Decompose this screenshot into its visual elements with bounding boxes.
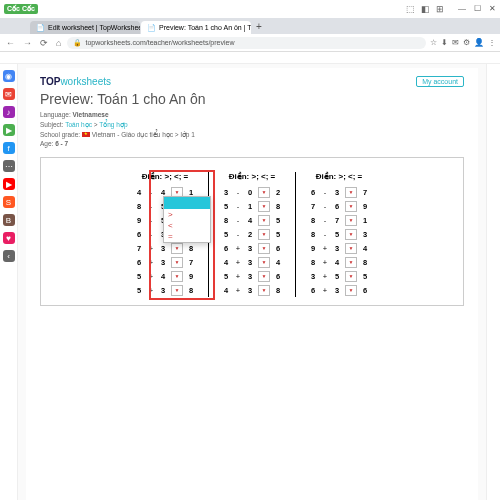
equation-row: 8-45: [221, 213, 283, 227]
sidebar-app-icon[interactable]: ‹: [3, 250, 15, 262]
column-header: Điền: >; <; =: [308, 172, 370, 181]
bookmarks-bar: [0, 52, 500, 64]
answer-dropdown[interactable]: [171, 243, 183, 254]
sidebar-app-icon[interactable]: ◉: [3, 70, 15, 82]
forward-button[interactable]: →: [21, 38, 34, 48]
equation-row: 4+34: [221, 255, 283, 269]
close-window-button[interactable]: ✕: [489, 4, 496, 14]
subject-link[interactable]: Tổng hợp: [99, 121, 127, 128]
equation-row: 5+49: [134, 269, 196, 283]
sidebar-app-icon[interactable]: ▶: [3, 178, 15, 190]
home-button[interactable]: ⌂: [54, 38, 63, 48]
back-button[interactable]: ←: [4, 38, 17, 48]
site-logo[interactable]: TOPworksheets: [40, 76, 464, 87]
titlebar-icon[interactable]: ⊞: [436, 4, 444, 14]
equation-row: 6+36: [308, 283, 370, 297]
tab-title: Edit worksheet | TopWorksheets: [48, 24, 140, 31]
answer-dropdown[interactable]: [345, 201, 357, 212]
answer-dropdown[interactable]: [345, 257, 357, 268]
new-tab-button[interactable]: +: [252, 19, 266, 34]
toolbar-icon[interactable]: ⚙: [463, 38, 470, 47]
answer-dropdown[interactable]: [171, 271, 183, 282]
equation-row: 7-69: [308, 199, 370, 213]
answer-dropdown[interactable]: [171, 257, 183, 268]
equation-row: 5-18: [221, 199, 283, 213]
answer-dropdown[interactable]: [258, 215, 270, 226]
toolbar-icon[interactable]: ⬇: [441, 38, 448, 47]
equation-row: 4+38: [221, 283, 283, 297]
dropdown-selected[interactable]: [164, 197, 210, 209]
url-text: topworksheets.com/teacher/worksheets/pre…: [85, 39, 234, 46]
equation-row: 8-71: [308, 213, 370, 227]
titlebar-icon[interactable]: ⬚: [406, 4, 415, 14]
tab-favicon: 📄: [36, 24, 45, 32]
equation-row: 3+55: [308, 269, 370, 283]
sidebar-app-icon[interactable]: ♥: [3, 232, 15, 244]
answer-dropdown[interactable]: [258, 271, 270, 282]
equation-row: 7+38: [134, 241, 196, 255]
lock-icon: 🔒: [73, 39, 82, 47]
tab-title: Preview: Toán 1 cho An ôn | TopW: [159, 24, 251, 31]
equation-row: 5+38: [134, 283, 196, 297]
answer-dropdown[interactable]: [258, 201, 270, 212]
toolbar-icon[interactable]: 👤: [474, 38, 484, 47]
worksheet-meta: Language: Vietnamese Subject: Toán học >…: [40, 110, 464, 149]
sidebar-app-icon[interactable]: ▶: [3, 124, 15, 136]
subject-link[interactable]: Toán học: [65, 121, 92, 128]
answer-dropdown[interactable]: [345, 187, 357, 198]
flag-icon: [82, 132, 90, 137]
worksheet-preview: Điền: >; <; =4-418-559-526-367+386+375+4…: [40, 157, 464, 306]
answer-dropdown[interactable]: [258, 243, 270, 254]
address-bar: ← → ⟳ ⌂ 🔒 topworksheets.com/teacher/work…: [0, 34, 500, 52]
browser-sidebar: ◉✉♪▶f⋯▶SB♥‹: [0, 64, 18, 500]
my-account-button[interactable]: My account: [416, 76, 464, 87]
titlebar-icon[interactable]: ◧: [421, 4, 430, 14]
dropdown-option[interactable]: =: [164, 231, 210, 242]
tab-bar: 📄 Edit worksheet | TopWorksheets × 📄 Pre…: [0, 18, 500, 34]
answer-dropdown[interactable]: [258, 285, 270, 296]
equation-row: 5+36: [221, 269, 283, 283]
answer-dropdown[interactable]: [345, 271, 357, 282]
toolbar-icon[interactable]: ⋮: [488, 38, 496, 47]
tab-favicon: 📄: [147, 24, 156, 32]
answer-dropdown[interactable]: [345, 215, 357, 226]
page-content: My account TOPworksheets Preview: Toán 1…: [18, 64, 486, 500]
equation-row: 5-25: [221, 227, 283, 241]
reload-button[interactable]: ⟳: [38, 38, 50, 48]
equation-row: 8-53: [308, 227, 370, 241]
minimize-button[interactable]: —: [458, 4, 466, 14]
column-header: Điền: >; <; =: [221, 172, 283, 181]
sidebar-app-icon[interactable]: f: [3, 142, 15, 154]
page-title: Preview: Toán 1 cho An ôn: [40, 91, 464, 107]
equation-row: 3-02: [221, 185, 283, 199]
equation-row: 6+36: [221, 241, 283, 255]
dropdown-option[interactable]: >: [164, 209, 210, 220]
sidebar-app-icon[interactable]: S: [3, 196, 15, 208]
answer-dropdown[interactable]: [345, 243, 357, 254]
answer-dropdown[interactable]: [345, 285, 357, 296]
sidebar-app-icon[interactable]: B: [3, 214, 15, 226]
answer-dropdown[interactable]: [345, 229, 357, 240]
browser-tab-active[interactable]: 📄 Preview: Toán 1 cho An ôn | TopW ×: [141, 21, 251, 34]
toolbar-icon[interactable]: ✉: [452, 38, 459, 47]
answer-dropdown[interactable]: [171, 285, 183, 296]
toolbar-icon[interactable]: ☆: [430, 38, 437, 47]
url-input[interactable]: 🔒 topworksheets.com/teacher/worksheets/p…: [67, 37, 426, 49]
answer-dropdown[interactable]: [258, 187, 270, 198]
equation-row: 6+37: [134, 255, 196, 269]
browser-rightbar: [486, 64, 500, 500]
maximize-button[interactable]: ☐: [474, 4, 481, 14]
answer-dropdown[interactable]: [258, 257, 270, 268]
column-header: Điền: >; <; =: [134, 172, 196, 181]
dropdown-option[interactable]: <: [164, 220, 210, 231]
sidebar-app-icon[interactable]: ♪: [3, 106, 15, 118]
answer-dropdown[interactable]: [258, 229, 270, 240]
dropdown-popup[interactable]: > < =: [163, 196, 211, 243]
os-titlebar: Cốc Cốc ⬚ ◧ ⊞ — ☐ ✕: [0, 0, 500, 18]
sidebar-app-icon[interactable]: ⋯: [3, 160, 15, 172]
sidebar-app-icon[interactable]: ✉: [3, 88, 15, 100]
browser-logo: Cốc Cốc: [4, 4, 38, 14]
equation-row: 6-37: [308, 185, 370, 199]
browser-tab[interactable]: 📄 Edit worksheet | TopWorksheets ×: [30, 21, 140, 34]
equation-row: 8+48: [308, 255, 370, 269]
